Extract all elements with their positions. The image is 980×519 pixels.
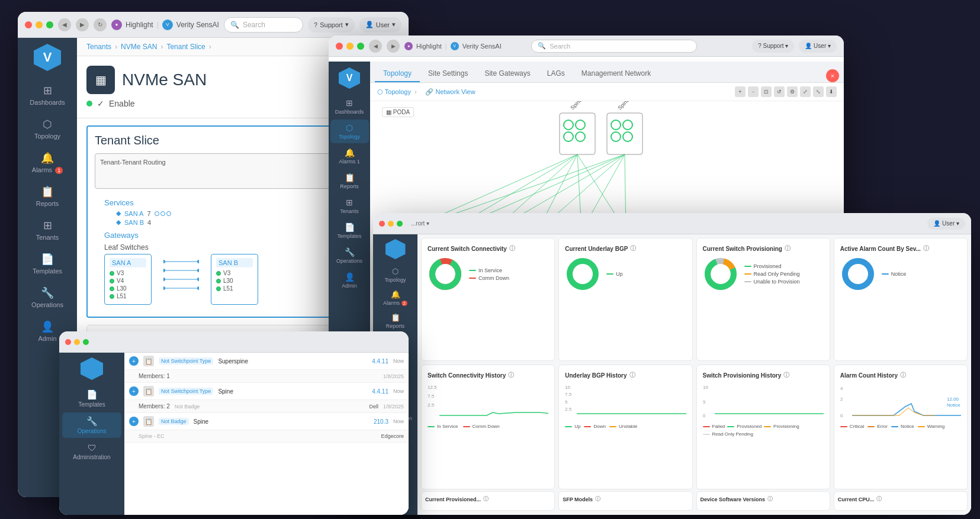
copy-row-3[interactable]: 📋 — [143, 416, 154, 427]
w2-sidebar-templates[interactable]: 📄 Templates — [330, 219, 369, 243]
sidebar-item-templates[interactable]: 📄 Templates — [21, 248, 74, 279]
hist-info-2[interactable]: ⓘ — [629, 371, 635, 379]
search-bar-2[interactable]: 🔍 Search — [531, 40, 697, 53]
w2-sidebar-reports[interactable]: 📋 Reports — [330, 169, 369, 193]
close-button-2[interactable] — [336, 43, 343, 50]
back-button[interactable]: ◀ — [58, 18, 71, 31]
sidebar-item-topology[interactable]: ⬡ Topology — [21, 113, 74, 144]
maximize-button[interactable] — [46, 21, 53, 28]
topo-breadcrumb-item[interactable]: ⬡ Topology — [377, 88, 411, 96]
add-row-3[interactable]: + — [129, 417, 139, 426]
hist-info-4[interactable]: ⓘ — [900, 371, 906, 379]
enable-status-dot — [86, 101, 92, 107]
table-row-3: + 📋 Not Badge Spine 210.3 Now — [124, 413, 409, 430]
maximize-button-2[interactable] — [357, 43, 364, 50]
tab-management-network[interactable]: Management Network — [573, 66, 659, 82]
w2-sidebar-topology[interactable]: ⬡ Topology — [330, 120, 369, 143]
bottom-info-4[interactable]: ⓘ — [876, 495, 882, 503]
zoom-out-button[interactable]: - — [748, 86, 759, 97]
svg-text:10: 10 — [565, 385, 570, 390]
w2-sidebar-tenants[interactable]: ⊞ Tenants — [330, 194, 369, 218]
close-button-4[interactable] — [65, 339, 71, 345]
info-icon-2[interactable]: ⓘ — [630, 244, 636, 253]
status-dot — [216, 279, 221, 283]
hist-info-1[interactable]: ⓘ — [508, 371, 514, 379]
support-button-2[interactable]: ? Support ▾ — [752, 40, 794, 53]
support-button[interactable]: ? Support ▾ — [308, 17, 355, 33]
breadcrumb-tenant-slice[interactable]: Tenant Slice — [166, 43, 205, 51]
settings-button[interactable]: ⚙ — [787, 86, 798, 97]
window-controls-1[interactable] — [25, 21, 53, 28]
refresh-button[interactable]: ↻ — [94, 18, 107, 31]
user-button-3[interactable]: 👤 User ▾ — [927, 218, 965, 230]
w2-sidebar-dashboards[interactable]: ⊞ Dashboards — [330, 95, 369, 118]
w4-sidebar-templates[interactable]: 📄 Templates — [62, 386, 121, 411]
hist-bgp-color-up — [565, 426, 572, 427]
tab-site-settings[interactable]: Site Settings — [420, 66, 476, 82]
titlebar-3: ...rort ▾ 👤 User ▾ — [373, 213, 971, 234]
minimize-button-2[interactable] — [346, 43, 354, 50]
minimize-button[interactable] — [36, 21, 43, 28]
expand-button[interactable]: ⤢ — [800, 86, 811, 97]
add-row-2[interactable]: + — [129, 386, 139, 396]
add-row-1[interactable]: + — [129, 356, 139, 366]
hist-card-2-title: Underlay BGP History ⓘ — [565, 371, 686, 379]
info-icon-4[interactable]: ⓘ — [923, 244, 929, 253]
tab-lags[interactable]: LAGs — [539, 66, 573, 82]
forward-button-2[interactable]: ▶ — [387, 40, 400, 53]
card-3-title-text: Current Switch Provisioning — [703, 246, 782, 252]
status-dot — [110, 279, 114, 283]
collapse-button[interactable]: ⤡ — [813, 86, 824, 97]
reports-label: Reports — [36, 200, 59, 207]
w2-sidebar-operations[interactable]: 🔧 Operations — [330, 244, 369, 267]
w3-sidebar-topology[interactable]: ⬡ Topology — [375, 264, 416, 286]
search-bar-1[interactable]: 🔍 Search — [224, 17, 303, 33]
tab-topology[interactable]: Topology — [375, 66, 420, 82]
window-controls-2[interactable] — [336, 43, 364, 50]
w4-sidebar-operations[interactable]: 🔧 Operations — [62, 412, 121, 438]
w3-sidebar-reports[interactable]: 📋 Reports — [375, 310, 416, 332]
zoom-in-button[interactable]: + — [735, 86, 746, 97]
reset-button[interactable]: ↺ — [774, 86, 785, 97]
sidebar-item-reports[interactable]: 📋 Reports — [21, 180, 74, 212]
copy-row-1[interactable]: 📋 — [143, 356, 154, 366]
breadcrumb-nvme[interactable]: NVMe SAN — [121, 43, 157, 51]
download-button[interactable]: ⬇ — [826, 86, 837, 97]
back-button-2[interactable]: ◀ — [369, 40, 382, 53]
sidebar-item-operations[interactable]: 🔧 Operations — [21, 282, 74, 313]
bottom-info-3[interactable]: ⓘ — [767, 495, 773, 503]
sidebar-item-dashboards[interactable]: ⊞ Dashboards — [21, 79, 74, 111]
info-icon-1[interactable]: ⓘ — [509, 244, 515, 253]
maximize-button-3[interactable] — [397, 221, 403, 227]
close-button[interactable] — [25, 21, 32, 28]
forward-button[interactable]: ▶ — [76, 18, 89, 31]
window-controls-3[interactable] — [379, 221, 403, 227]
minimize-button-4[interactable] — [74, 339, 80, 345]
enable-label: Enable — [109, 99, 135, 108]
close-topology-button[interactable]: × — [826, 69, 839, 82]
maximize-button-4[interactable] — [83, 339, 89, 345]
bottom-info-2[interactable]: ⓘ — [595, 495, 600, 503]
w2-sidebar-alarms[interactable]: 🔔 Alarms 1 — [330, 144, 369, 168]
minimize-button-3[interactable] — [388, 221, 394, 227]
hist-legend-3: Failed Provisioned Provisioning Rea — [703, 424, 824, 437]
w2-sidebar-admin[interactable]: 👤 Admin — [330, 269, 369, 292]
sidebar-item-alarms[interactable]: 🔔 Alarms 1 — [21, 147, 74, 178]
tab-site-gateways[interactable]: Site Gateways — [476, 66, 538, 82]
user-button[interactable]: 👤 User ▾ — [359, 17, 401, 33]
w4-sidebar-admin[interactable]: 🛡 Administration — [62, 439, 121, 464]
window-controls-4[interactable] — [65, 339, 89, 345]
user-button-2[interactable]: 👤 User ▾ — [799, 40, 837, 53]
close-button-3[interactable] — [379, 221, 385, 227]
breadcrumb-tenants[interactable]: Tenants — [86, 43, 111, 51]
w3-sidebar-alarms[interactable]: 🔔 Alarms 2 — [375, 287, 416, 309]
copy-row-2[interactable]: 📋 — [143, 386, 154, 396]
info-icon-3[interactable]: ⓘ — [785, 244, 791, 253]
hist-info-3[interactable]: ⓘ — [783, 371, 789, 379]
fit-button[interactable]: ⊡ — [761, 86, 772, 97]
row-3-type: Spine — [194, 418, 369, 425]
sidebar-item-tenants[interactable]: ⊞ Tenants — [21, 214, 74, 246]
bottom-info-1[interactable]: ⓘ — [483, 495, 489, 503]
network-view-button[interactable]: 🔗 Network View — [425, 88, 475, 96]
card-4-title-text: Active Alarm Count By Sev... — [840, 246, 921, 252]
